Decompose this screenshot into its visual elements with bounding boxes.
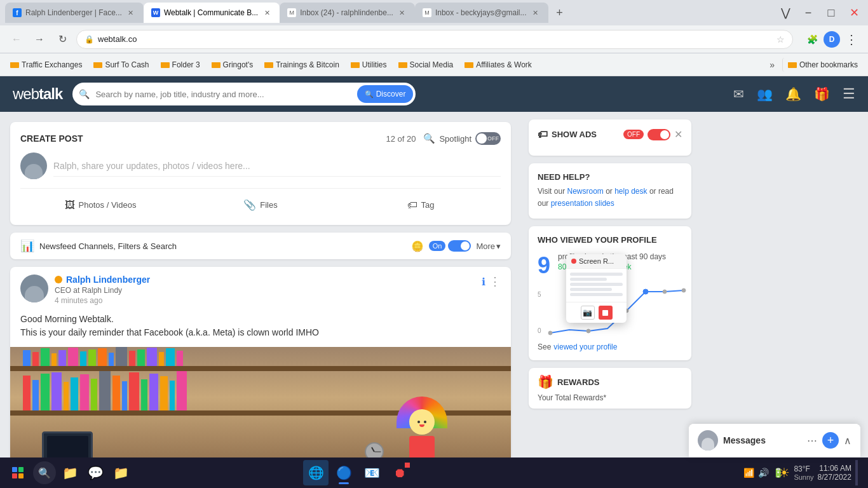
bookmark-affiliates-label: Affiliates & Work [476, 60, 532, 69]
messages-more-button[interactable]: ⋯ [807, 435, 817, 447]
photos-videos-button[interactable]: 🖼 Photos / Videos [20, 195, 180, 215]
bookmark-affiliates[interactable]: Affiliates & Work [459, 58, 537, 72]
svg-rect-5 [161, 62, 165, 64]
bookmark-social-media[interactable]: Social Media [393, 58, 459, 72]
new-tab-button[interactable]: + [551, 4, 569, 22]
taskbar-screen-rec-app[interactable]: ⏺ [387, 460, 412, 485]
expand-tabs-button[interactable]: ⋁ [776, 4, 794, 22]
tab-gmail2-close[interactable]: ✕ [531, 8, 541, 18]
tab-webtalk-close[interactable]: ✕ [262, 8, 272, 18]
spotlight-search-icon: 🔍 [423, 133, 435, 144]
back-button[interactable]: ← [8, 30, 25, 48]
gift-icon[interactable]: 🎁 [814, 86, 830, 102]
discover-button[interactable]: 🔍 Discover [357, 85, 414, 103]
bookmark-folder3[interactable]: Folder 3 [156, 58, 205, 72]
show-desktop-button[interactable] [855, 460, 858, 485]
camera-button[interactable]: 📷 [581, 306, 595, 320]
stop-recording-button[interactable] [599, 306, 613, 320]
bookmark-traffic-exchanges-label: Traffic Exchanges [22, 60, 82, 69]
close-window-button[interactable]: ✕ [845, 4, 863, 22]
more-button[interactable]: More ▾ [476, 241, 501, 251]
forward-button[interactable]: → [31, 30, 48, 48]
other-bookmarks[interactable]: Other bookmarks [782, 58, 863, 72]
create-post-card: CREATE POST 12 of 20 🔍 Spotlight OFF [10, 122, 511, 225]
bookmark-star-icon[interactable]: ☆ [776, 34, 785, 44]
post-options-button[interactable]: ⋮ [489, 274, 501, 288]
reload-button[interactable]: ↻ [53, 30, 71, 48]
chrome-profile-avatar[interactable]: D [824, 31, 840, 48]
gmail-icon: 📧 [364, 465, 380, 480]
screen-recording-popup: Screen R... 📷 [566, 254, 627, 323]
post-info-icon[interactable]: ℹ [482, 276, 485, 288]
mail-icon[interactable]: ✉ [733, 86, 744, 102]
poster-name[interactable]: Ralph Lindenberger [55, 274, 475, 285]
taskbar-chrome-browser[interactable]: 🔵 [331, 460, 356, 485]
search-icon: 🔍 [79, 89, 90, 99]
presentation-slides-link[interactable]: presentation slides [551, 199, 614, 208]
svg-rect-3 [93, 62, 98, 64]
bookmark-folder3-label: Folder 3 [172, 60, 200, 69]
taskbar-app-explorer[interactable]: 📁 [109, 461, 132, 484]
post-input[interactable]: Ralph, share your updates, photos / vide… [53, 156, 501, 177]
bell-icon[interactable]: 🔔 [785, 86, 801, 102]
files-button[interactable]: 📎 Files [180, 195, 341, 215]
viewed-profile-link[interactable]: viewed your profile [553, 342, 617, 351]
tab-gmail1[interactable]: M Inbox (24) - ralphlindenbе... ✕ [280, 3, 415, 23]
minimize-messages-button[interactable]: ∧ [844, 435, 851, 447]
taskbar-gmail-app[interactable]: 📧 [359, 460, 384, 485]
discover-label: Discover [376, 90, 406, 98]
svg-point-25 [682, 288, 686, 292]
svg-text:5: 5 [538, 291, 541, 298]
menu-icon[interactable]: ☰ [843, 86, 855, 102]
see-who-text: See [538, 342, 551, 351]
newsroom-link[interactable]: Newsroom [567, 187, 603, 196]
create-post-input-area: Ralph, share your updates, photos / vide… [20, 152, 501, 179]
post-image [10, 347, 511, 458]
bookmark-surf-to-cash[interactable]: Surf To Cash [88, 58, 154, 72]
user-avatar [20, 152, 47, 179]
taskbar-search-button[interactable]: 🔍 [33, 461, 56, 484]
folder-icon [465, 60, 473, 69]
new-message-button[interactable]: + [822, 432, 839, 449]
on-toggle-switch[interactable] [448, 240, 471, 252]
helpdesk-link[interactable]: help desk [614, 187, 647, 196]
tab-gmail2[interactable]: M Inbox - beckyjays@gmail... ✕ [415, 3, 548, 23]
notification-area[interactable]: 📶 🔊 🔋 [752, 461, 775, 484]
bookmark-traffic-exchanges[interactable]: Traffic Exchanges [5, 58, 87, 72]
svg-rect-7 [212, 62, 216, 64]
bookmark-utilities[interactable]: Utilities [346, 58, 392, 72]
tab-facebook[interactable]: f Ralph Lindenberger | Face... ✕ [5, 3, 144, 23]
ads-close-button[interactable]: ✕ [674, 128, 682, 140]
extensions-icon[interactable]: 🧩 [803, 30, 821, 48]
taskbar-app-chat[interactable]: 💬 [84, 461, 107, 484]
files-icon: 📎 [243, 199, 256, 211]
toggle-knob [477, 133, 487, 144]
folder-icon [264, 60, 273, 69]
people-icon[interactable]: 👥 [757, 86, 773, 102]
ads-toggle-switch[interactable] [648, 129, 670, 140]
webtalk-favicon: W [151, 8, 160, 17]
minimize-button[interactable]: − [799, 4, 817, 22]
taskbar-app-files[interactable]: 📁 [58, 461, 81, 484]
bookmark-social-label: Social Media [410, 60, 454, 69]
svg-rect-17 [788, 62, 792, 64]
bookmark-trainings[interactable]: Trainings & Bitcoin [259, 58, 344, 72]
start-button[interactable] [5, 460, 31, 485]
photos-icon: 🖼 [65, 200, 75, 211]
chrome-menu-button[interactable]: ⋮ [843, 30, 860, 48]
rewards-icon: 🎁 [538, 374, 553, 390]
tab-gmail1-close[interactable]: ✕ [397, 8, 407, 18]
messages-avatar [698, 430, 718, 451]
taskbar-edge-browser[interactable]: 🌐 [303, 460, 329, 485]
screen-rec-icon: ⏺ [393, 466, 406, 480]
facebook-favicon: f [13, 8, 22, 17]
spotlight-toggle[interactable]: OFF [475, 132, 501, 145]
tab-facebook-close[interactable]: ✕ [126, 8, 136, 18]
bookmarks-more-button[interactable]: » [766, 57, 778, 72]
tab-webtalk[interactable]: W Webtalk | Communicate B... ✕ [144, 3, 280, 23]
maximize-button[interactable]: □ [822, 4, 840, 22]
bookmark-gringots[interactable]: Gringot's [207, 58, 259, 72]
on-toggle-knob [461, 241, 470, 250]
tag-button[interactable]: 🏷 Tag [341, 195, 501, 215]
need-help-or1: or [604, 187, 614, 196]
